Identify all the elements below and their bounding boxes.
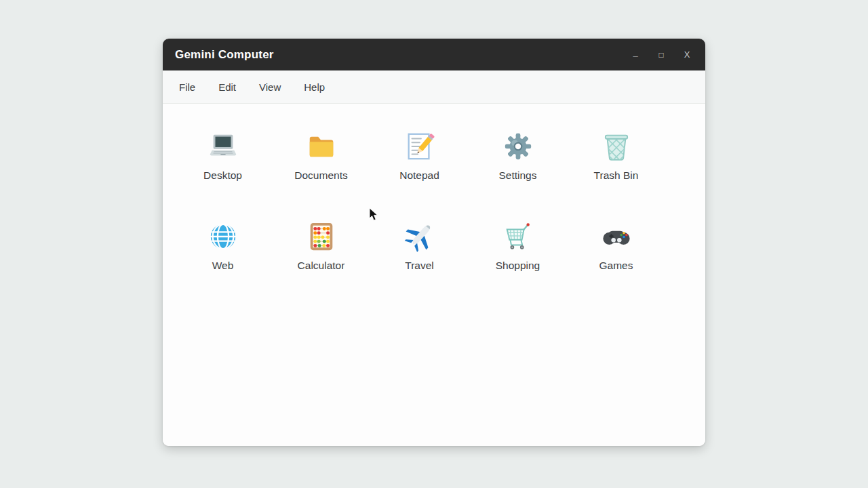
- item-label: Settings: [498, 169, 536, 182]
- icon-grid: Desktop Documents: [174, 131, 705, 272]
- shopping-cart-icon: [502, 221, 534, 252]
- window-title: Gemini Computer: [175, 48, 274, 62]
- grid-item-calculator[interactable]: Calculator: [272, 221, 370, 272]
- item-label: Shopping: [496, 260, 540, 272]
- minimize-button[interactable]: _: [631, 48, 640, 57]
- grid-item-travel[interactable]: Travel: [370, 221, 469, 272]
- menu-help[interactable]: Help: [304, 81, 325, 93]
- grid-item-shopping[interactable]: Shopping: [469, 221, 567, 272]
- item-label: Calculator: [298, 260, 345, 272]
- menu-view[interactable]: View: [259, 81, 281, 93]
- grid-item-notepad[interactable]: Notepad: [370, 131, 469, 182]
- item-label: Travel: [405, 260, 434, 272]
- titlebar[interactable]: Gemini Computer _ □ X: [163, 39, 705, 70]
- item-label: Documents: [294, 169, 347, 182]
- desktop-background: { "window": { "title": "Gemini Computer"…: [0, 0, 868, 488]
- menu-file[interactable]: File: [179, 81, 195, 93]
- globe-icon: [208, 221, 239, 252]
- grid-item-games[interactable]: Games: [567, 221, 665, 272]
- window-controls: _ □ X: [631, 50, 692, 59]
- item-label: Desktop: [203, 169, 242, 182]
- grid-item-documents[interactable]: Documents: [272, 131, 370, 182]
- grid-item-web[interactable]: Web: [174, 221, 272, 272]
- menu-bar: File Edit View Help: [163, 70, 705, 104]
- grid-item-desktop[interactable]: Desktop: [174, 131, 272, 182]
- wastebasket-icon: [601, 131, 632, 162]
- maximize-button[interactable]: □: [656, 51, 666, 59]
- laptop-icon: [208, 131, 239, 162]
- airplane-icon: [404, 221, 435, 252]
- abacus-icon: [306, 221, 337, 252]
- memo-pencil-icon: [404, 131, 435, 162]
- folder-icon: [306, 131, 337, 162]
- item-label: Games: [599, 260, 633, 272]
- gamepad-icon: [601, 221, 632, 252]
- grid-item-trash-bin[interactable]: Trash Bin: [567, 131, 665, 182]
- item-label: Trash Bin: [594, 169, 639, 182]
- menu-edit[interactable]: Edit: [218, 81, 236, 93]
- close-button[interactable]: X: [682, 50, 692, 59]
- grid-item-settings[interactable]: Settings: [469, 131, 567, 182]
- item-label: Notepad: [399, 169, 439, 182]
- gear-icon: [502, 131, 534, 162]
- window-content: Desktop Documents: [163, 104, 705, 446]
- app-window: Gemini Computer _ □ X File Edit View Hel…: [163, 39, 705, 446]
- item-label: Web: [212, 260, 234, 272]
